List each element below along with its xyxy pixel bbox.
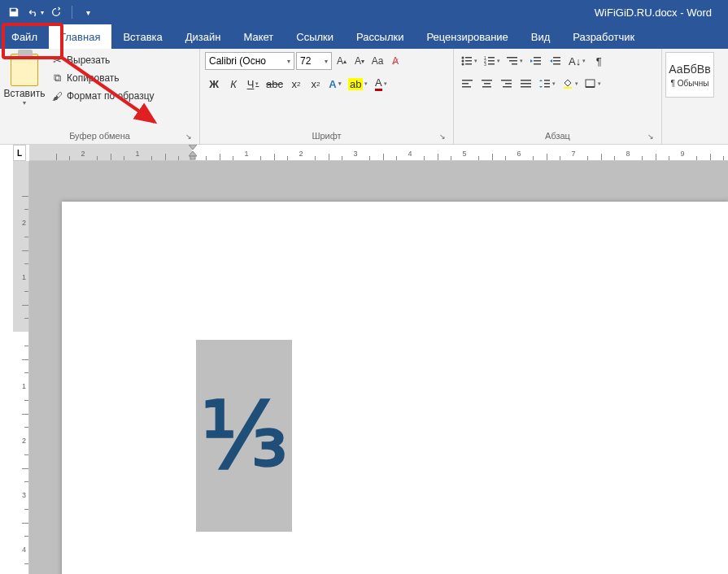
clipboard-icon [11,54,38,86]
svg-rect-12 [488,63,495,65]
svg-rect-19 [553,57,560,59]
title-bar: ▾ ▾ WiFiGiD.RU.docx - Word [0,0,728,24]
align-left-button[interactable] [459,75,477,93]
style-normal[interactable]: АаБбВв ¶ Обычны [665,52,714,98]
font-name-value: Calibri (Осно [209,55,266,67]
underline-button[interactable]: Ч [244,75,262,93]
bucket-icon [562,78,573,89]
font-name-combo[interactable]: Calibri (Осно▾ [205,52,294,70]
svg-rect-26 [484,83,490,85]
svg-rect-24 [462,86,471,88]
svg-rect-30 [503,86,512,88]
tab-file[interactable]: Файл [0,24,49,49]
numbering-button[interactable]: 123 [482,52,503,70]
copy-button[interactable]: ⧉ Копировать [47,70,158,86]
ruler-vertical[interactable]: 21123456 [13,161,29,574]
svg-rect-34 [544,80,550,81]
align-center-button[interactable] [478,75,496,93]
clear-formatting-button[interactable]: A̷ [387,52,403,70]
tab-design[interactable]: Дизайн [174,24,233,49]
decrease-indent-button[interactable] [527,52,545,70]
shrink-font-button[interactable]: A▾ [351,52,368,70]
svg-rect-35 [544,83,550,85]
highlight-button[interactable]: ab [346,75,370,93]
group-label-paragraph: Абзац ↘ [459,129,656,144]
format-painter-label: Формат по образцу [67,90,155,102]
justify-button[interactable] [517,75,535,93]
change-case-button[interactable]: Aa [369,52,386,70]
bullets-button[interactable] [459,52,480,70]
quick-access-toolbar: ▾ ▾ [5,3,97,21]
brush-icon: 🖌 [50,89,63,102]
svg-rect-28 [501,80,512,81]
svg-rect-13 [507,57,517,59]
tab-developer[interactable]: Разработчик [561,24,646,49]
font-color-button[interactable]: A [372,75,390,93]
clipboard-dialog-launcher[interactable]: ↘ [183,131,194,142]
show-marks-button[interactable]: ¶ [590,52,608,70]
style-preview: АаБбВв [669,63,710,76]
superscript-button[interactable]: x2 [307,75,325,93]
svg-rect-31 [521,80,531,81]
subscript-button[interactable]: x2 [287,75,305,93]
page[interactable]: ⅓ [62,202,728,574]
tab-view[interactable]: Вид [520,24,562,49]
svg-point-3 [462,60,464,63]
tab-references[interactable]: Ссылки [285,24,345,49]
paste-button[interactable]: Вставить ▾ [5,52,44,108]
svg-rect-8 [488,57,495,59]
group-label-clipboard: Буфер обмена ↘ [5,129,194,144]
ribbon-tabs: Файл Главная Вставка Дизайн Макет Ссылки… [0,24,728,49]
bullets-icon [461,56,473,66]
align-right-button[interactable] [498,75,516,93]
increase-indent-button[interactable] [547,52,565,70]
document-text: ⅓ [201,391,288,481]
undo-button[interactable]: ▾ [26,3,44,21]
svg-rect-23 [462,83,469,85]
italic-button[interactable]: К [225,75,242,93]
tab-home[interactable]: Главная [49,24,111,49]
strikethrough-button[interactable]: abc [264,75,286,93]
multilevel-list-button[interactable] [504,52,525,70]
tab-insert[interactable]: Вставка [111,24,173,49]
svg-point-1 [462,57,464,59]
svg-rect-15 [512,63,517,65]
sort-button[interactable]: A↓ [566,52,588,70]
svg-point-5 [462,63,464,66]
font-size-combo[interactable]: 72▾ [296,52,332,70]
redo-button[interactable] [47,3,65,21]
outdent-icon [530,56,542,66]
scissors-icon: ✂ [50,54,63,67]
text-selection[interactable]: ⅓ [196,340,292,532]
svg-rect-37 [564,87,572,89]
font-dialog-launcher[interactable]: ↘ [437,131,448,142]
tab-review[interactable]: Рецензирование [415,24,519,49]
svg-rect-6 [465,63,472,65]
line-spacing-button[interactable] [537,75,558,93]
align-right-icon [501,79,512,89]
document-area[interactable]: ⅓ [29,161,728,574]
format-painter-button[interactable]: 🖌 Формат по образцу [47,88,158,104]
tab-layout[interactable]: Макет [232,24,285,49]
grow-font-button[interactable]: A▴ [333,52,350,70]
group-clipboard: Вставить ▾ ✂ Вырезать ⧉ Копировать 🖌 Фор… [0,49,200,144]
borders-button[interactable] [582,75,604,93]
cut-button[interactable]: ✂ Вырезать [47,52,158,68]
paragraph-dialog-launcher[interactable]: ↘ [645,131,656,142]
svg-rect-40 [190,156,195,159]
ruler-horizontal[interactable]: 21123456789 [29,145,728,161]
svg-rect-38 [586,80,595,87]
text-effects-button[interactable]: A [326,75,344,93]
ruler-hanging-indent[interactable] [189,151,197,161]
align-center-icon [482,79,493,89]
shading-button[interactable] [560,75,581,93]
svg-rect-21 [553,63,560,65]
qat-customize-button[interactable]: ▾ [79,3,97,21]
font-size-value: 72 [300,55,311,67]
save-button[interactable] [5,3,23,21]
tab-mailings[interactable]: Рассылки [345,24,415,49]
bold-button[interactable]: Ж [205,75,223,93]
tab-stop-selector[interactable]: L [13,145,26,161]
svg-rect-36 [544,86,550,88]
copy-icon: ⧉ [50,72,63,85]
